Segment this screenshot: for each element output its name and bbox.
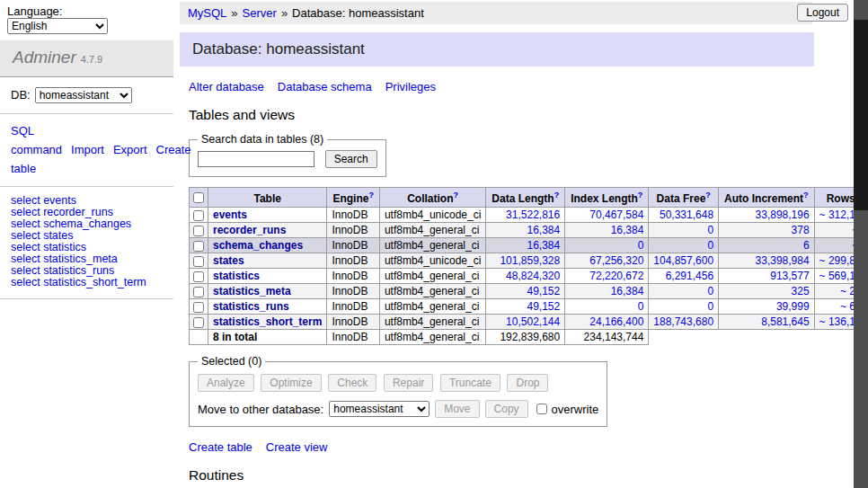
index-length-cell: 70,467,584 <box>565 208 649 223</box>
table-name-cell: statistics_short_term <box>208 315 327 330</box>
overwrite-checkbox[interactable] <box>536 404 547 414</box>
index-length-link[interactable]: 67,256,320 <box>589 254 643 267</box>
table-name-link[interactable]: events <box>213 209 247 221</box>
data-free-link[interactable]: 0 <box>707 285 713 297</box>
data-free-link[interactable]: 6,291,456 <box>666 270 713 282</box>
auto-increment-link[interactable]: 33,398,984 <box>756 254 810 267</box>
row-checkbox[interactable] <box>193 226 204 236</box>
row-checkbox[interactable] <box>193 256 204 267</box>
auto-increment-link[interactable]: 39,999 <box>776 300 810 313</box>
data-free-link[interactable]: 104,857,600 <box>653 254 713 267</box>
data-length-link[interactable]: 49,152 <box>527 300 560 313</box>
selected-action-button[interactable]: Drop <box>507 374 548 392</box>
data-free-link[interactable]: 0 <box>707 300 713 313</box>
export-link[interactable]: Export <box>113 143 147 156</box>
vertical-scrollbar[interactable] <box>854 0 868 488</box>
auto-increment-link[interactable]: 8,581,645 <box>761 315 809 328</box>
table-name-link[interactable]: recorder_runs <box>213 224 286 236</box>
database-schema-link[interactable]: Database schema <box>278 80 372 93</box>
index-length-cell: 72,220,672 <box>565 269 649 284</box>
auto-increment-link[interactable]: 6 <box>803 239 810 252</box>
search-legend: Search data in tables (8) <box>198 133 327 146</box>
selected-action-button[interactable]: Check <box>328 374 376 392</box>
data-free-cell: 0 <box>649 238 719 253</box>
column-help-link[interactable]: ? <box>638 191 643 200</box>
alter-database-link[interactable]: Alter database <box>189 80 264 93</box>
column-help-link[interactable]: ? <box>454 191 459 200</box>
auto-increment-link[interactable]: 325 <box>792 285 810 297</box>
column-help-link[interactable]: ? <box>705 191 711 200</box>
row-select-cell <box>190 208 208 223</box>
data-length-link[interactable]: 48,824,320 <box>506 270 560 282</box>
table-name-link[interactable]: statistics_short_term <box>213 315 322 328</box>
data-free-cell: 0 <box>649 299 719 315</box>
selected-action-button[interactable]: Optimize <box>261 374 321 392</box>
row-checkbox[interactable] <box>193 271 204 282</box>
index-length-link[interactable]: 72,220,672 <box>589 270 643 282</box>
logout-button[interactable]: Logout <box>797 4 848 22</box>
row-checkbox[interactable] <box>193 317 204 328</box>
selected-action-button[interactable]: Repair <box>384 374 433 392</box>
data-length-cell: 49,152 <box>486 284 565 299</box>
column-help-link[interactable]: ? <box>368 191 374 200</box>
data-free-link[interactable]: 0 <box>707 239 713 252</box>
db-select[interactable]: homeassistant <box>35 87 132 103</box>
data-free-link[interactable]: 0 <box>707 224 713 236</box>
scrollbar-thumb[interactable] <box>854 20 868 210</box>
selected-action-button[interactable]: Analyze <box>198 374 254 392</box>
engine-cell: InnoDB <box>327 238 380 253</box>
data-length-link[interactable]: 49,152 <box>527 285 560 297</box>
table-name-link[interactable]: statistics_meta <box>213 285 291 297</box>
total-label-cell: 8 in total <box>208 330 327 345</box>
engine-cell: InnoDB <box>327 269 380 284</box>
data-length-link[interactable]: 31,522,816 <box>506 209 560 221</box>
engine-cell: InnoDB <box>327 284 380 299</box>
sidebar-table-link[interactable]: select statistics_short_term <box>11 277 163 288</box>
data-free-link[interactable]: 188,743,680 <box>653 315 713 328</box>
move-db-select[interactable]: homeassistant <box>329 401 430 417</box>
data-free-link[interactable]: 50,331,648 <box>660 209 713 221</box>
table-name-link[interactable]: statistics <box>213 270 260 282</box>
breadcrumb-server-link[interactable]: Server <box>243 6 277 20</box>
breadcrumb-mysql-link[interactable]: MySQL <box>188 6 226 20</box>
select-all-checkbox[interactable] <box>193 192 204 203</box>
auto-increment-link[interactable]: 33,898,196 <box>756 209 810 221</box>
row-checkbox[interactable] <box>193 287 204 297</box>
import-link[interactable]: Import <box>71 143 104 156</box>
index-length-link[interactable]: 24,166,400 <box>589 315 643 328</box>
table-name-link[interactable]: schema_changes <box>213 239 303 252</box>
auto-increment-link[interactable]: 913,577 <box>770 270 809 282</box>
auto-increment-link[interactable]: 378 <box>792 224 810 236</box>
privileges-link[interactable]: Privileges <box>385 80 436 93</box>
breadcrumb-separator: » <box>281 6 288 20</box>
row-checkbox[interactable] <box>193 241 204 252</box>
column-help-link[interactable]: ? <box>803 191 809 200</box>
move-button[interactable]: Move <box>435 400 479 418</box>
selected-action-button[interactable]: Truncate <box>440 374 500 392</box>
index-length-link[interactable]: 16,384 <box>611 285 644 297</box>
table-name-link[interactable]: states <box>213 254 244 267</box>
search-input[interactable] <box>198 151 314 167</box>
table-name-link[interactable]: statistics_runs <box>213 300 289 313</box>
sql-command-link[interactable]: SQL command <box>11 124 62 156</box>
data-length-link[interactable]: 101,859,328 <box>500 254 560 267</box>
search-button[interactable]: Search <box>325 150 377 168</box>
table-row: statistics_short_term InnoDB utf8mb4_gen… <box>190 315 868 330</box>
column-help-link[interactable]: ? <box>554 191 560 200</box>
data-length-link[interactable]: 10,502,144 <box>506 315 560 328</box>
data-length-link[interactable]: 16,384 <box>527 239 560 252</box>
index-length-link[interactable]: 70,467,584 <box>589 209 643 221</box>
row-checkbox[interactable] <box>193 302 204 313</box>
row-checkbox[interactable] <box>193 210 204 221</box>
data-length-link[interactable]: 16,384 <box>527 224 560 236</box>
index-length-link[interactable]: 16,384 <box>611 224 644 236</box>
create-view-link[interactable]: Create view <box>266 440 328 454</box>
index-length-link[interactable]: 0 <box>638 239 644 252</box>
auto-increment-cell: 8,581,645 <box>719 315 815 330</box>
create-table-link-main[interactable]: Create table <box>189 440 252 454</box>
copy-button[interactable]: Copy <box>485 400 528 418</box>
language-select[interactable]: English <box>7 18 108 34</box>
index-length-cell: 0 <box>565 238 649 253</box>
index-length-cell: 0 <box>565 299 649 315</box>
index-length-link[interactable]: 0 <box>638 300 644 313</box>
